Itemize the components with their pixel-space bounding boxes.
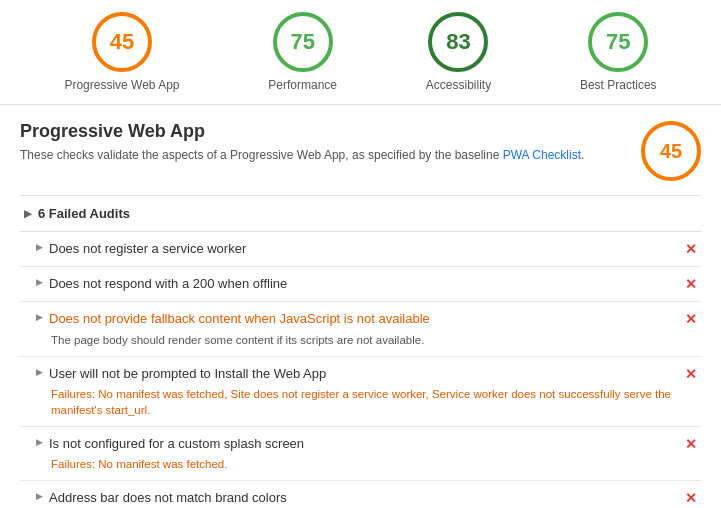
score-item-performance[interactable]: 75 Performance — [268, 12, 337, 92]
score-item-accessibility[interactable]: 83 Accessibility — [426, 12, 491, 92]
audit-row-brand: ▶ Address bar does not match brand color… — [36, 489, 697, 507]
fail-icon-fallback: ✕ — [685, 311, 697, 327]
score-label-accessibility: Accessibility — [426, 78, 491, 92]
score-label-best-practices: Best Practices — [580, 78, 657, 92]
score-circle-performance: 75 — [273, 12, 333, 72]
failed-audits-header[interactable]: ▶ 6 Failed Audits — [20, 196, 701, 232]
score-bar: 45 Progressive Web App 75 Performance 83… — [0, 0, 721, 105]
audit-chevron-offline-200[interactable]: ▶ — [36, 277, 43, 287]
audit-row-install: ▶ User will not be prompted to Install t… — [36, 365, 697, 383]
audit-chevron-install[interactable]: ▶ — [36, 367, 43, 377]
audit-left-brand: ▶ Address bar does not match brand color… — [36, 489, 677, 507]
audit-row-fallback: ▶ Does not provide fallback content when… — [36, 310, 697, 328]
audit-text-splash: Is not configured for a custom splash sc… — [49, 435, 304, 453]
audit-text-brand: Address bar does not match brand colors — [49, 489, 287, 507]
sidebar-score-value: 45 — [660, 140, 682, 163]
audit-text-install: User will not be prompted to Install the… — [49, 365, 326, 383]
failed-audits-chevron: ▶ — [24, 208, 32, 219]
audit-sub-fallback: The page body should render some content… — [51, 332, 697, 348]
audit-text-service-worker: Does not register a service worker — [49, 240, 246, 258]
pwa-checklist-link[interactable]: PWA Checklist — [503, 148, 581, 162]
section-desc: These checks validate the aspects of a P… — [20, 146, 584, 164]
score-circle-best-practices: 75 — [588, 12, 648, 72]
fail-icon-brand: ✕ — [685, 490, 697, 506]
audit-item-brand: ▶ Address bar does not match brand color… — [20, 481, 701, 508]
score-value-best-practices: 75 — [606, 29, 630, 55]
fail-icon-install: ✕ — [685, 366, 697, 382]
section-info: Progressive Web App These checks validat… — [20, 121, 584, 164]
audit-text-fallback: Does not provide fallback content when J… — [49, 310, 430, 328]
audit-item-fallback: ▶ Does not provide fallback content when… — [20, 302, 701, 356]
fail-icon-offline-200: ✕ — [685, 276, 697, 292]
audit-row-service-worker: ▶ Does not register a service worker ✕ — [36, 240, 697, 258]
audit-chevron-splash[interactable]: ▶ — [36, 437, 43, 447]
score-value-performance: 75 — [290, 29, 314, 55]
audit-left-fallback: ▶ Does not provide fallback content when… — [36, 310, 677, 328]
failed-audits-label: 6 Failed Audits — [38, 206, 130, 221]
audit-chevron-brand[interactable]: ▶ — [36, 491, 43, 501]
score-value-accessibility: 83 — [446, 29, 470, 55]
section-title: Progressive Web App — [20, 121, 584, 142]
section-desc-text: These checks validate the aspects of a P… — [20, 148, 499, 162]
audit-chevron-service-worker[interactable]: ▶ — [36, 242, 43, 252]
audit-text-offline-200: Does not respond with a 200 when offline — [49, 275, 287, 293]
audit-item-install: ▶ User will not be prompted to Install t… — [20, 357, 701, 427]
audit-row-splash: ▶ Is not configured for a custom splash … — [36, 435, 697, 453]
score-value-pwa: 45 — [110, 29, 134, 55]
fail-icon-service-worker: ✕ — [685, 241, 697, 257]
score-label-pwa: Progressive Web App — [64, 78, 179, 92]
score-item-best-practices[interactable]: 75 Best Practices — [580, 12, 657, 92]
audit-row-offline-200: ▶ Does not respond with a 200 when offli… — [36, 275, 697, 293]
section-header: Progressive Web App These checks validat… — [20, 121, 701, 181]
audit-sub-install: Failures: No manifest was fetched, Site … — [51, 386, 697, 418]
audit-left-service-worker: ▶ Does not register a service worker — [36, 240, 677, 258]
audit-sub-splash: Failures: No manifest was fetched. — [51, 456, 697, 472]
sidebar-score-circle: 45 — [641, 121, 701, 181]
fail-icon-splash: ✕ — [685, 436, 697, 452]
failed-audits-group: ▶ 6 Failed Audits ▶ Does not register a … — [20, 195, 701, 508]
score-circle-pwa: 45 — [92, 12, 152, 72]
score-item-pwa[interactable]: 45 Progressive Web App — [64, 12, 179, 92]
audit-item-splash: ▶ Is not configured for a custom splash … — [20, 427, 701, 481]
audit-item-offline-200: ▶ Does not respond with a 200 when offli… — [20, 267, 701, 302]
audit-left-offline-200: ▶ Does not respond with a 200 when offli… — [36, 275, 677, 293]
score-circle-accessibility: 83 — [428, 12, 488, 72]
audit-left-splash: ▶ Is not configured for a custom splash … — [36, 435, 677, 453]
audit-item-service-worker: ▶ Does not register a service worker ✕ — [20, 232, 701, 267]
audit-chevron-fallback[interactable]: ▶ — [36, 312, 43, 322]
main-content: Progressive Web App These checks validat… — [0, 105, 721, 508]
audit-left-install: ▶ User will not be prompted to Install t… — [36, 365, 677, 383]
score-label-performance: Performance — [268, 78, 337, 92]
